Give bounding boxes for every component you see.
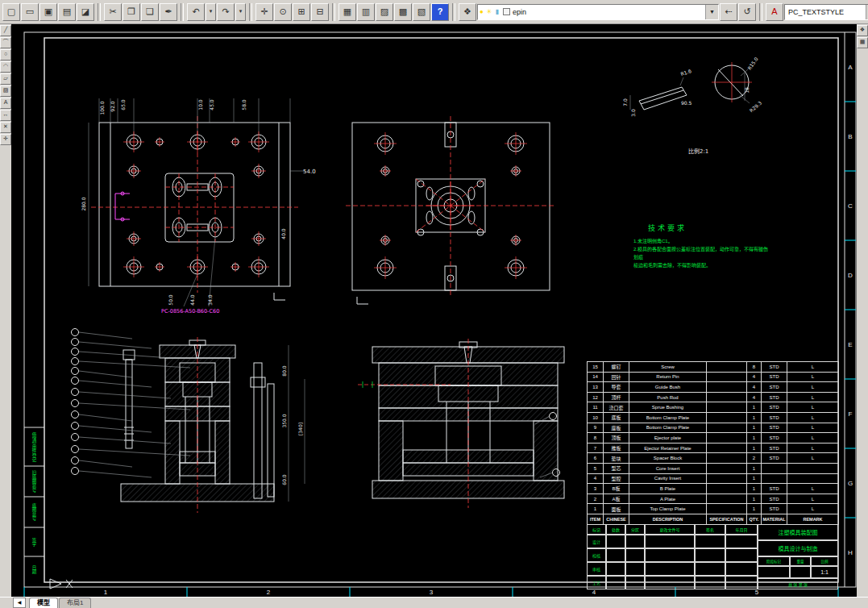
bom-row: 4型腔Cavity Insert1	[588, 473, 839, 484]
scale-label: 比例	[811, 556, 838, 566]
paste-icon[interactable]: ❏	[141, 3, 159, 21]
sign-label: 设计	[587, 535, 606, 548]
pan-icon[interactable]: ✛	[255, 3, 273, 21]
view-details	[639, 65, 749, 110]
tab-layout1[interactable]: 布局1	[59, 598, 91, 608]
rev-label: 年月日	[725, 524, 758, 535]
toolbar-separator	[452, 3, 455, 21]
move-tool-icon[interactable]: ✛	[0, 134, 11, 145]
bom-row: 13导套Guide Bush4STDL	[588, 382, 839, 393]
zone-letter: B	[845, 102, 856, 171]
dim-text: 350.0	[281, 414, 287, 427]
toolbar-separator	[181, 3, 184, 21]
dim-text: 100.0	[99, 101, 105, 115]
text-tool-icon[interactable]: A	[0, 98, 11, 109]
drawing-canvas[interactable]: 100.0 92.0 65.0 10.0 45.0 58.0 280.0 54.…	[11, 24, 857, 598]
dim-text: 7.0	[622, 98, 628, 106]
toolbar-separator	[332, 3, 335, 21]
bom-parts-list: 15螺钉Screw8STDL14回针Return Pin4STDL13导套Gui…	[587, 361, 839, 525]
bom-row: 14回针Return Pin4STDL	[588, 372, 839, 382]
textstyle-combobox[interactable]: PC_TEXTSTYLE ▼	[784, 4, 868, 20]
layer-combo-arrow-icon[interactable]: ▼	[705, 5, 718, 19]
tab-model[interactable]: 模型	[29, 598, 58, 608]
rectangle-tool-icon[interactable]: ▱	[0, 73, 11, 85]
bom-row: 9座板Bottom Clamp Plate1STDL	[588, 423, 839, 433]
toolbar-separator	[249, 3, 252, 21]
title-block: 标记 处数 分区 更改文件号 签名 年月日 设计 校核 审核	[587, 524, 838, 589]
erase-tool-icon[interactable]: ✕	[0, 122, 11, 133]
layer-combobox[interactable]: ● ✳ ▮ epin ▼	[477, 4, 719, 20]
zone-letter: H	[845, 518, 856, 587]
rev-label: 更改文件号	[645, 524, 695, 535]
sign-label: 校核	[587, 548, 606, 562]
frame-label: 签字	[25, 527, 44, 556]
dim-text: R29.3	[748, 100, 762, 114]
line-tool-icon[interactable]: ╱	[0, 25, 11, 36]
zoom-previous-icon[interactable]: ⊟	[311, 3, 329, 21]
new-icon[interactable]: ▢	[2, 3, 20, 21]
detail-scale-note: 比例2:1	[688, 148, 708, 155]
dim-text: 45.0	[209, 99, 214, 110]
dim-text: 18	[744, 87, 750, 94]
stage-label: 阶段标记	[758, 556, 790, 566]
modify-toolbar: ❖ ▦	[856, 24, 868, 598]
bom-row: 5型芯Core Insert1	[588, 463, 839, 473]
main-toolbar: ▢ ▭ ▣ ▤ ◪ ✂ ❐ ❏ ✒ ↶ ▾ ↷ ▾ ✛ ⊙ ⊞ ⊟ ▦ ▥ ▨ …	[0, 0, 868, 24]
plot-preview-icon[interactable]: ◪	[77, 3, 94, 21]
rev-label: 处数	[606, 524, 625, 535]
mold-code-text: PC-0856-A50-B60-C60	[161, 308, 219, 314]
bom-row: 7推板Ejector Retainer Plate1STDL	[588, 443, 839, 453]
save-icon[interactable]: ▣	[39, 3, 57, 21]
redo-dropdown-icon[interactable]: ▾	[235, 3, 246, 21]
dim-text: 34.0	[207, 294, 213, 306]
copy-icon[interactable]: ❐	[123, 3, 140, 21]
dim-text: 54.0	[303, 169, 316, 175]
sheetset-icon[interactable]: ▩	[394, 3, 412, 21]
plot-icon[interactable]: ▤	[58, 3, 76, 21]
dim-text: R15.0	[746, 56, 759, 71]
layer-on-bulb-icon: ●	[480, 8, 484, 15]
dim-text: 50.0	[168, 294, 173, 306]
hatch-tool-icon[interactable]: ▨	[0, 85, 11, 97]
rev-label: 分区	[625, 524, 645, 535]
dim-text: [340]	[297, 423, 303, 435]
toolbar-separator	[759, 3, 762, 21]
draw-order-icon[interactable]: ❖	[857, 25, 868, 36]
dim-text: 90.5	[681, 100, 692, 106]
help-icon[interactable]: ?	[431, 3, 449, 21]
dim-text: 10.0	[197, 99, 203, 110]
polyline-tool-icon[interactable]: ⌒	[0, 37, 11, 48]
dim-text: 65.0	[120, 99, 126, 110]
layers-dialog-icon[interactable]: ❖	[459, 3, 476, 21]
zoom-realtime-icon[interactable]: ⊙	[274, 3, 292, 21]
tech-line: 1.未注明倒角C1。	[633, 237, 770, 245]
object-snap-icon[interactable]: ▦	[857, 37, 868, 48]
redo-icon[interactable]: ↷	[217, 3, 235, 21]
open-icon[interactable]: ▭	[21, 3, 39, 21]
undo-icon[interactable]: ↶	[187, 3, 205, 21]
tab-scroll-icon[interactable]: ◀	[13, 598, 26, 608]
frame-label: 借(通)用件登记	[25, 427, 44, 466]
layer-freeze-sun-icon: ✳	[487, 8, 492, 15]
layer-manager-icon[interactable]: ▦	[338, 3, 356, 21]
zone-letter: C	[845, 171, 856, 240]
dim-text: 60.0	[281, 474, 287, 485]
bom-row: 1面板Top Clamp Plate1STDL	[588, 504, 839, 514]
designcenter-icon[interactable]: ▨	[376, 3, 393, 21]
markup-icon[interactable]: ▧	[413, 3, 430, 21]
match-properties-icon[interactable]: ✒	[160, 3, 177, 21]
bom-row: 2A板A Plate1STDL	[588, 493, 839, 504]
drawing-title: 注塑模具装配图	[758, 524, 838, 540]
cut-icon[interactable]: ✂	[104, 3, 122, 21]
text-style-icon[interactable]: A	[766, 3, 783, 21]
undo-dropdown-icon[interactable]: ▾	[206, 3, 216, 21]
layer-previous-icon[interactable]: ↺	[738, 3, 756, 21]
make-object-layer-current-icon[interactable]: ⇠	[720, 3, 737, 21]
arc-tool-icon[interactable]: ◠	[0, 61, 11, 73]
rev-label: 签名	[695, 524, 725, 535]
properties-palette-icon[interactable]: ▥	[357, 3, 375, 21]
dimension-tool-icon[interactable]: ↔	[0, 110, 11, 121]
zoom-window-icon[interactable]: ⊞	[293, 3, 310, 21]
zone-letter: A	[845, 32, 856, 102]
circle-tool-icon[interactable]: ○	[0, 49, 11, 60]
